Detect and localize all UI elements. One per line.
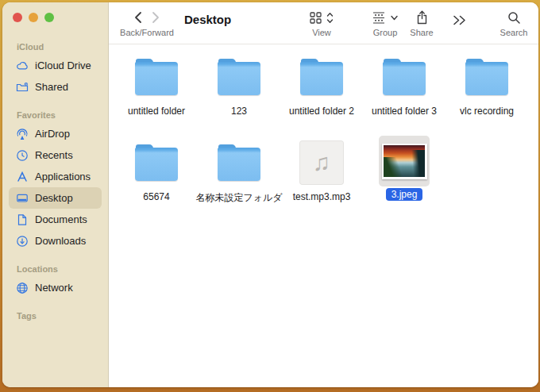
- folder-icon: [383, 59, 426, 96]
- folder-icon: [218, 54, 260, 100]
- file-tile-vlc-recording[interactable]: vlc recording: [446, 54, 528, 140]
- search-button[interactable]: Search: [490, 9, 538, 37]
- sidebar-item-label: AirDrop: [35, 128, 70, 140]
- globe-icon: [15, 281, 29, 295]
- sidebar-item-label: iCloud Drive: [35, 60, 91, 71]
- back-forward-control: Back/Forward: [115, 9, 179, 37]
- sidebar-item-icloud-drive[interactable]: iCloud Drive: [9, 55, 102, 76]
- folder-icon: [300, 59, 343, 96]
- audio-file-icon: ♫: [299, 140, 344, 186]
- folder-icon: [135, 140, 178, 186]
- file-tile-item[interactable]: 名称未設定フォルダ: [198, 140, 280, 225]
- chevron-right-icon: [153, 13, 158, 22]
- file-name: 123: [231, 106, 247, 117]
- selection-highlight: [379, 136, 430, 186]
- search-icon: [507, 11, 521, 25]
- toolbar: Back/Forward Desktop View Group: [109, 2, 538, 44]
- sidebar-section-header-icloud: iCloud: [2, 39, 108, 55]
- applications-icon: [15, 170, 29, 184]
- group-by-icon: [372, 12, 385, 24]
- folder-icon: [218, 59, 260, 96]
- double-chevron-right-icon: [453, 14, 467, 26]
- folder-icon: [383, 54, 426, 100]
- sidebar-section-locations: LocationsNetwork: [2, 261, 108, 298]
- folder-icon: [218, 140, 260, 186]
- photo-thumbnail-icon: [382, 144, 427, 179]
- file-name: untitled folder 3: [372, 106, 437, 117]
- sort-chevrons-icon: [326, 12, 334, 24]
- sidebar: iCloudiCloud DriveSharedFavoritesAirDrop…: [2, 2, 109, 387]
- sidebar-item-shared[interactable]: Shared: [9, 76, 102, 98]
- forward-button[interactable]: [152, 11, 160, 24]
- more-toolbar-items-button[interactable]: [449, 11, 471, 29]
- file-tile-untitled-folder-2[interactable]: untitled folder 2: [280, 54, 363, 140]
- sidebar-section-header-locations: Locations: [2, 261, 108, 277]
- shared-folder-icon: [15, 80, 29, 94]
- file-name: vlc recording: [460, 106, 514, 117]
- group-label: Group: [373, 28, 398, 37]
- music-note-icon: ♫: [299, 140, 344, 185]
- cloud-icon: [15, 59, 29, 73]
- folder-icon: [218, 144, 260, 182]
- folder-icon: [135, 59, 178, 96]
- back-forward-label: Back/Forward: [120, 28, 174, 37]
- chevron-down-icon: [391, 15, 398, 21]
- file-tile-test-mp3-mp3[interactable]: ♫test.mp3.mp3: [280, 140, 363, 225]
- sidebar-item-documents[interactable]: Documents: [9, 209, 102, 230]
- file-grid: untitled folder123untitled folder 2untit…: [109, 44, 538, 387]
- sidebar-item-downloads[interactable]: Downloads: [9, 230, 102, 252]
- sidebar-item-label: Applications: [35, 171, 91, 183]
- sidebar-section-icloud: iCloudiCloud DriveShared: [2, 39, 108, 98]
- sidebar-sections: iCloudiCloud DriveSharedFavoritesAirDrop…: [2, 39, 108, 387]
- file-tile-untitled-folder-3[interactable]: untitled folder 3: [363, 54, 446, 140]
- file-name: untitled folder: [128, 106, 185, 117]
- sidebar-item-network[interactable]: Network: [9, 277, 102, 298]
- file-tile-65674[interactable]: 65674: [115, 140, 198, 225]
- sidebar-item-label: Desktop: [35, 192, 73, 204]
- sidebar-section-tags: Tags: [2, 308, 108, 324]
- file-name: untitled folder 2: [289, 106, 354, 117]
- file-name-selected: 3.jpeg: [386, 188, 423, 201]
- view-button[interactable]: View: [298, 9, 345, 37]
- sidebar-item-desktop[interactable]: Desktop: [9, 187, 102, 209]
- document-icon: [15, 213, 29, 227]
- sidebar-section-favorites: FavoritesAirDropRecentsApplicationsDeskt…: [2, 107, 108, 252]
- minimize-button[interactable]: [29, 13, 38, 22]
- airdrop-icon: [15, 127, 29, 141]
- sidebar-item-label: Downloads: [35, 235, 86, 247]
- main-area: Back/Forward Desktop View Group: [109, 2, 538, 387]
- file-name: 65674: [143, 191, 169, 202]
- sidebar-item-applications[interactable]: Applications: [9, 166, 102, 187]
- sidebar-section-header-favorites: Favorites: [2, 107, 108, 123]
- share-icon: [416, 10, 428, 25]
- folder-icon: [465, 54, 508, 100]
- folder-icon: [135, 144, 178, 182]
- search-label: Search: [500, 28, 528, 37]
- share-button[interactable]: Share: [402, 9, 442, 37]
- view-label: View: [312, 28, 331, 37]
- download-icon: [15, 234, 29, 248]
- folder-icon: [135, 54, 178, 100]
- folder-icon: [465, 59, 508, 96]
- sidebar-item-label: Shared: [35, 81, 68, 93]
- sidebar-item-recents[interactable]: Recents: [9, 144, 102, 166]
- sidebar-item-label: Network: [35, 282, 73, 294]
- share-label: Share: [410, 28, 433, 37]
- sidebar-item-label: Recents: [35, 149, 73, 161]
- file-tile-untitled-folder[interactable]: untitled folder: [115, 54, 198, 140]
- zoom-button[interactable]: [44, 13, 54, 22]
- image-thumbnail: [379, 140, 430, 186]
- file-tile-123[interactable]: 123: [198, 54, 280, 140]
- chevron-left-icon: [136, 13, 141, 22]
- sidebar-section-header-tags: Tags: [2, 308, 108, 324]
- window-title: Desktop: [184, 13, 231, 26]
- file-tile-3-jpeg[interactable]: 3.jpeg: [363, 140, 446, 225]
- traffic-lights: [13, 13, 54, 22]
- desktop-icon: [15, 191, 29, 206]
- file-name: test.mp3.mp3: [293, 191, 351, 202]
- sidebar-item-airdrop[interactable]: AirDrop: [9, 123, 102, 144]
- finder-window: iCloudiCloud DriveSharedFavoritesAirDrop…: [2, 2, 538, 387]
- back-button[interactable]: [133, 11, 142, 24]
- close-button[interactable]: [13, 13, 22, 22]
- clock-icon: [15, 148, 29, 163]
